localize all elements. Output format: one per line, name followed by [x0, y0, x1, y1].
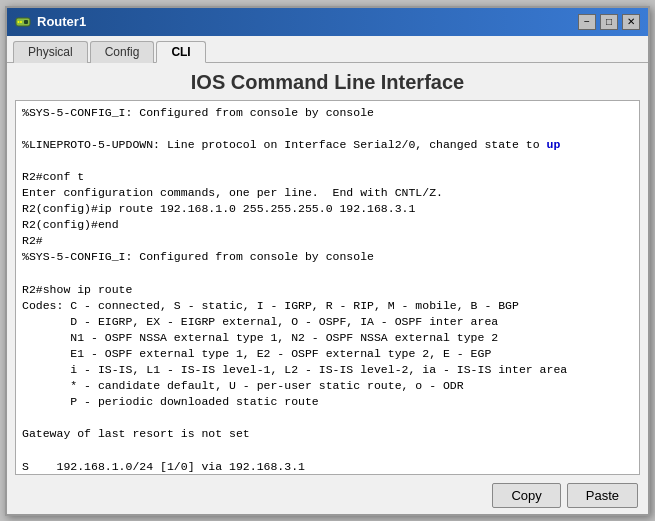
tab-physical[interactable]: Physical [13, 41, 88, 63]
paste-button[interactable]: Paste [567, 483, 638, 508]
minimize-button[interactable]: − [578, 14, 596, 30]
maximize-button[interactable]: □ [600, 14, 618, 30]
terminal-scroll[interactable]: %SYS-5-CONFIG_I: Configured from console… [16, 101, 639, 474]
title-bar-left: Router1 [15, 14, 86, 30]
title-controls: − □ ✕ [578, 14, 640, 30]
page-title: IOS Command Line Interface [7, 63, 648, 100]
bottom-bar: Copy Paste [7, 479, 648, 514]
svg-point-1 [18, 21, 20, 23]
title-bar: Router1 − □ ✕ [7, 8, 648, 36]
window-title: Router1 [37, 14, 86, 29]
tabs-bar: Physical Config CLI [7, 36, 648, 63]
terminal-container: %SYS-5-CONFIG_I: Configured from console… [15, 100, 640, 475]
svg-rect-3 [24, 20, 28, 24]
terminal-content: %SYS-5-CONFIG_I: Configured from console… [22, 105, 633, 474]
main-window: Router1 − □ ✕ Physical Config CLI IOS Co… [5, 6, 650, 516]
tab-cli[interactable]: CLI [156, 41, 205, 63]
close-button[interactable]: ✕ [622, 14, 640, 30]
router-icon [15, 14, 31, 30]
tab-config[interactable]: Config [90, 41, 155, 63]
copy-button[interactable]: Copy [492, 483, 560, 508]
svg-point-2 [20, 21, 22, 23]
